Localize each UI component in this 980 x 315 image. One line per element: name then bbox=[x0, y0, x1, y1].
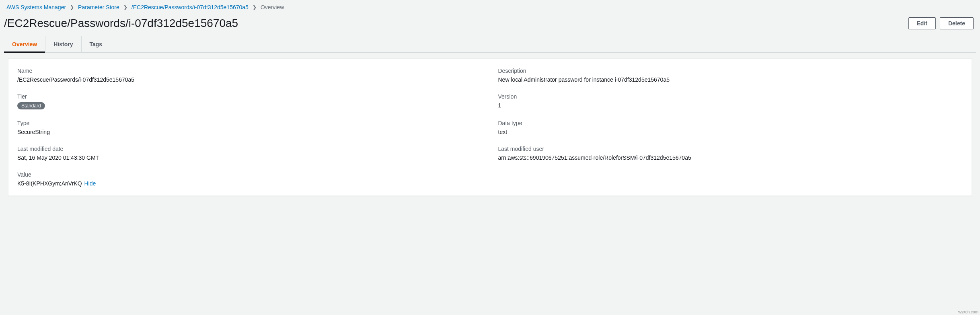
datatype-value: text bbox=[498, 129, 963, 135]
field-name: Name /EC2Rescue/Passwords/i-07df312d5e15… bbox=[17, 68, 482, 83]
tabs: Overview History Tags bbox=[4, 36, 976, 53]
field-last-modified-date: Last modified date Sat, 16 May 2020 01:4… bbox=[17, 146, 482, 161]
tab-overview[interactable]: Overview bbox=[4, 36, 45, 52]
field-data-type: Data type text bbox=[498, 120, 963, 135]
value-value: K5-8I(KPHXGym;AnVrKQ bbox=[17, 180, 82, 187]
field-value: Value K5-8I(KPHXGym;AnVrKQ Hide bbox=[17, 171, 963, 187]
field-tier: Tier Standard bbox=[17, 93, 482, 109]
type-value: SecureString bbox=[17, 129, 482, 135]
overview-panel: Name /EC2Rescue/Passwords/i-07df312d5e15… bbox=[8, 58, 972, 196]
tab-history[interactable]: History bbox=[45, 36, 81, 52]
edit-button[interactable]: Edit bbox=[908, 17, 936, 29]
field-description: Description New local Administrator pass… bbox=[498, 68, 963, 83]
breadcrumb-link-parameter[interactable]: /EC2Rescue/Passwords/i-07df312d5e15670a5 bbox=[131, 4, 249, 10]
header-actions: Edit Delete bbox=[908, 17, 974, 29]
description-value: New local Administrator password for ins… bbox=[498, 76, 963, 83]
breadcrumb-link-systems-manager[interactable]: AWS Systems Manager bbox=[6, 4, 66, 10]
description-label: Description bbox=[498, 68, 963, 74]
delete-button[interactable]: Delete bbox=[940, 17, 974, 29]
field-last-modified-user: Last modified user arn:aws:sts::69019067… bbox=[498, 146, 963, 161]
chevron-right-icon: ❯ bbox=[70, 4, 74, 10]
page-header: /EC2Rescue/Passwords/i-07df312d5e15670a5… bbox=[0, 12, 980, 36]
breadcrumb-current: Overview bbox=[261, 4, 284, 10]
chevron-right-icon: ❯ bbox=[123, 4, 127, 10]
version-label: Version bbox=[498, 93, 963, 100]
lastmod-value: Sat, 16 May 2020 01:43:30 GMT bbox=[17, 154, 482, 161]
chevron-right-icon: ❯ bbox=[253, 4, 257, 10]
value-label: Value bbox=[17, 171, 963, 178]
lastuser-value: arn:aws:sts::690190675251:assumed-role/R… bbox=[498, 154, 963, 161]
field-version: Version 1 bbox=[498, 93, 963, 109]
type-label: Type bbox=[17, 120, 482, 126]
breadcrumb: AWS Systems Manager ❯ Parameter Store ❯ … bbox=[0, 0, 980, 12]
version-value: 1 bbox=[498, 102, 963, 109]
lastmod-label: Last modified date bbox=[17, 146, 482, 152]
name-label: Name bbox=[17, 68, 482, 74]
breadcrumb-link-parameter-store[interactable]: Parameter Store bbox=[78, 4, 119, 10]
field-type: Type SecureString bbox=[17, 120, 482, 135]
lastuser-label: Last modified user bbox=[498, 146, 963, 152]
tab-tags[interactable]: Tags bbox=[82, 36, 111, 52]
datatype-label: Data type bbox=[498, 120, 963, 126]
tier-label: Tier bbox=[17, 93, 482, 100]
name-value: /EC2Rescue/Passwords/i-07df312d5e15670a5 bbox=[17, 76, 482, 83]
hide-link[interactable]: Hide bbox=[84, 180, 96, 187]
tier-badge: Standard bbox=[17, 102, 45, 109]
page-title: /EC2Rescue/Passwords/i-07df312d5e15670a5 bbox=[4, 17, 238, 30]
